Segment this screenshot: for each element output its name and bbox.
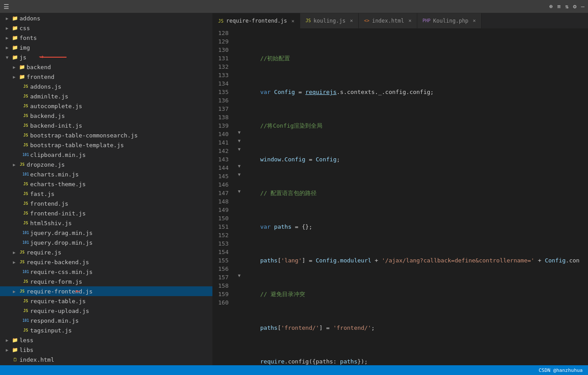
arrow-icon: ▶ [4, 16, 11, 21]
sidebar-item-dropzone-js[interactable]: ▶ JS dropzone.js [0, 160, 212, 169]
sidebar-item-require-backend-js[interactable]: ▶ JS require-backend.js [0, 257, 212, 267]
arrow-icon: ▶ [4, 45, 11, 50]
sidebar-item-tagsinput-js[interactable]: JS tagsinput.js [0, 325, 212, 335]
js101-file-icon: 101 [21, 231, 30, 235]
js-file-icon: JS [21, 221, 30, 225]
sidebar-item-label: fonts [20, 35, 37, 41]
sidebar-item-bootstrap-table-template-js[interactable]: JS bootstrap-table-template.js [0, 140, 212, 150]
folder-icon: 📁 [11, 16, 20, 21]
menu-icon[interactable]: ☰ [4, 3, 9, 10]
js101-file-icon: 101 [21, 241, 30, 245]
title-bar: ☰ ⊕ ≡ ⇅ ⚙ — [0, 0, 588, 13]
sidebar-item-bootstrap-table-commonsearch-js[interactable]: JS bootstrap-table-commonsearch.js [0, 130, 212, 140]
sidebar-item-fast-js[interactable]: JS fast.js [0, 189, 212, 199]
sidebar-item-label: frontend.js [30, 200, 68, 207]
sidebar-item-require-frontend-js[interactable]: ▶ JS require-frontend.js ← [0, 286, 212, 296]
code-container[interactable]: 128 129 130 131 132 133 134 135 136 137 … [213, 29, 588, 365]
tab-kouling-js[interactable]: JS kouling.js ✕ [300, 13, 359, 28]
code-lines[interactable]: //初始配置 var Config = requirejs.s.contexts… [244, 29, 588, 365]
sidebar-item-html5shiv-js[interactable]: JS html5shiv.js [0, 218, 212, 228]
sidebar-item-label: jquery.drag.min.js [30, 230, 93, 236]
tab-close-require-frontend[interactable]: ✕ [291, 18, 294, 24]
fold-marker-145[interactable]: ▼ [235, 172, 243, 180]
tab-kouling-php[interactable]: PHP Kouling.php ✕ [417, 13, 482, 28]
line-numbers: 128 129 130 131 132 133 134 135 136 137 … [213, 29, 235, 365]
title-bar-menu: ☰ [4, 3, 12, 10]
sidebar-item-respond-min-js[interactable]: 101 respond.min.js [0, 316, 212, 325]
tab-index-html[interactable]: <> index.html ✕ [359, 13, 417, 28]
sidebar-item-libs[interactable]: ▶ 📁 libs [0, 345, 212, 355]
sidebar-item-label: require-frontend.js [27, 288, 93, 295]
sidebar-item-backend-init-js[interactable]: JS backend-init.js [0, 121, 212, 130]
fold-marker-141[interactable]: ▼ [235, 138, 243, 147]
code-line-129: var Config = requirejs.s.contexts._.conf… [246, 88, 588, 96]
globe-icon[interactable]: ⊕ [549, 3, 553, 10]
sidebar-item-label: html5shiv.js [30, 220, 72, 227]
tab-close-kouling-php[interactable]: ✕ [473, 18, 476, 23]
sidebar-item-frontend-init-js[interactable]: JS frontend-init.js [0, 208, 212, 218]
arrow-icon: ▶ [11, 250, 18, 255]
sidebar-item-label: less [20, 337, 33, 344]
code-line-130: //将Config渲染到全局 [246, 121, 588, 130]
tab-close-index-html[interactable]: ✕ [408, 18, 412, 23]
sidebar-item-label: autocomplete.js [30, 103, 82, 109]
js-file-icon: JS [21, 299, 30, 303]
js-file-icon: JS [21, 143, 30, 147]
sidebar-item-addons[interactable]: ▶ 📁 addons [0, 13, 212, 23]
sidebar-item-require-css-min-js[interactable]: 101 require-css.min.js [0, 267, 212, 277]
sidebar-item-adminlte-js[interactable]: JS adminlte.js [0, 91, 212, 101]
sidebar-item-backend[interactable]: ▶ 📁 backend [0, 62, 212, 72]
sidebar-item-label: addons [20, 15, 40, 22]
tab-require-frontend[interactable]: JS require-frontend.js ✕ [213, 13, 300, 28]
sidebar-item-require-form-js[interactable]: JS require-form.js [0, 277, 212, 286]
sidebar-item-autocomplete-js[interactable]: JS autocomplete.js [0, 101, 212, 111]
sidebar-item-label: backend [27, 64, 51, 70]
js101-file-icon: 101 [21, 270, 30, 274]
fold-marker-142[interactable]: ▼ [235, 147, 243, 155]
js-file-icon: JS [21, 94, 30, 98]
sidebar-item-js[interactable]: ▼ 📁 js → [0, 52, 212, 62]
sort-icon[interactable]: ⇅ [565, 3, 569, 10]
sidebar-item-backend-js[interactable]: JS backend.js [0, 111, 212, 121]
sidebar-item-label: frontend-init.js [30, 210, 86, 217]
arrow-icon: ▼ [4, 55, 11, 60]
js-file-icon: JS [21, 84, 30, 89]
tab-label: require-frontend.js [226, 18, 287, 24]
fold-marker-158[interactable]: ▼ [235, 273, 243, 281]
js-file-icon: JS [21, 104, 30, 108]
sidebar-item-clipboard-min-js[interactable]: 101 clipboard.min.js [0, 150, 212, 160]
sidebar-item-img[interactable]: ▶ 📁 img [0, 43, 212, 52]
settings-icon[interactable]: ⚙ [573, 3, 576, 10]
sidebar-item-label: frontend [27, 74, 55, 80]
sidebar-item-jquery-drag-min-js[interactable]: 101 jquery.drag.min.js [0, 228, 212, 238]
js-file-icon: JS [21, 133, 30, 137]
editor-wrapper: JS require-frontend.js ✕ JS kouling.js ✕… [213, 13, 588, 365]
sidebar-item-label: fast.js [30, 191, 55, 197]
sidebar-item-fonts[interactable]: ▶ 📁 fonts [0, 33, 212, 43]
js-tab-icon: JS [306, 18, 311, 23]
fold-marker-144[interactable]: ▼ [235, 164, 243, 172]
tab-close-kouling-js[interactable]: ✕ [350, 18, 353, 23]
sidebar-item-echarts-min-js[interactable]: 101 echarts.min.js [0, 169, 212, 179]
sidebar-item-frontend-js[interactable]: JS frontend.js [0, 199, 212, 208]
sidebar-item-index-html[interactable]: 🗒 index.html [0, 355, 212, 364]
minimize-icon[interactable]: — [581, 3, 584, 10]
list-icon[interactable]: ≡ [557, 3, 561, 10]
sidebar-item-require-js[interactable]: ▶ JS require.js [0, 247, 212, 257]
sidebar-item-css[interactable]: ▶ 📁 css [0, 23, 212, 33]
tab-label: kouling.js [314, 18, 345, 24]
code-line-132: // 配置语言包的路径 [246, 189, 588, 197]
fold-marker-140[interactable]: ▼ [235, 130, 243, 138]
code-line-135: // 避免目录冲突 [246, 290, 588, 298]
sidebar-item-less[interactable]: ▶ 📁 less [0, 335, 212, 345]
tab-label: Kouling.php [433, 18, 468, 24]
sidebar-item-addons-js[interactable]: JS addons.js [0, 82, 212, 91]
sidebar-item-frontend[interactable]: ▶ 📁 frontend [0, 72, 212, 82]
folder-icon: 📁 [11, 25, 20, 31]
sidebar-item-echarts-theme-js[interactable]: JS echarts-theme.js [0, 179, 212, 189]
sidebar-item-jquery-drop-min-js[interactable]: 101 jquery.drop.min.js [0, 238, 212, 247]
sidebar-item-require-table-js[interactable]: JS require-table.js [0, 296, 212, 306]
sidebar-item-require-upload-js[interactable]: JS require-upload.js [0, 306, 212, 316]
fold-marker-147[interactable]: ▼ [235, 189, 243, 197]
arrow-icon: ▶ [4, 338, 11, 343]
